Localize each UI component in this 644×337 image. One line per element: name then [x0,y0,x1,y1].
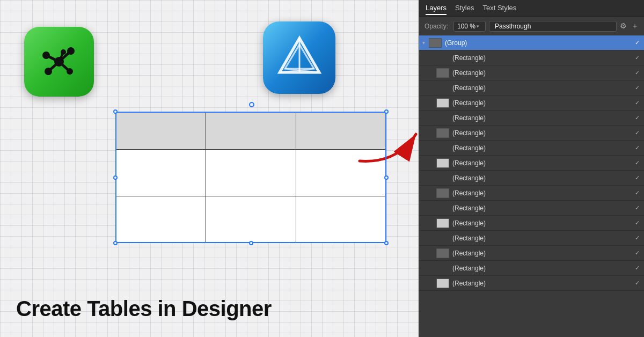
layer-name-label: (Rectangle) [452,204,631,212]
layer-thumbnail [436,233,449,243]
handle-mid-left[interactable] [113,175,118,180]
layer-visibility-check[interactable]: ✓ [631,69,640,76]
layer-thumbnail [436,248,449,258]
layer-item[interactable]: (Rectangle)✓ [419,231,644,246]
layer-name-label: (Rectangle) [452,84,631,92]
layer-item[interactable]: (Rectangle)✓ [419,65,644,80]
tab-styles[interactable]: Styles [455,2,474,15]
table-visual [115,112,386,243]
layer-name-label: (Group) [445,39,631,47]
layer-thumbnail [436,263,449,273]
opacity-row: Opacity: 100 % ▾ Passthrough ⚙ ＋ [419,17,644,35]
layer-name-label: (Rectangle) [452,219,631,227]
layer-thumbnail [436,68,449,78]
layer-thumbnail [436,53,449,63]
layer-item[interactable]: (Rectangle)✓ [419,261,644,276]
layer-name-label: (Rectangle) [452,280,631,287]
layer-item[interactable]: (Rectangle)✓ [419,111,644,126]
layer-visibility-check[interactable]: ✓ [631,144,640,151]
layer-item[interactable]: (Rectangle)✓ [419,201,644,216]
layer-visibility-check[interactable]: ✓ [631,235,640,241]
network-svg-icon [38,40,80,83]
layer-visibility-check[interactable]: ✓ [631,39,640,46]
layer-item[interactable]: (Rectangle)✓ [419,246,644,261]
layer-item[interactable]: ▾(Group)✓ [419,35,644,50]
layer-visibility-check[interactable]: ✓ [631,159,640,166]
layer-thumbnail [436,279,449,288]
layer-visibility-check[interactable]: ✓ [631,174,640,181]
layer-thumbnail [436,173,449,183]
affinity-svg-icon [275,34,324,82]
handle-top-left[interactable] [113,109,118,114]
tab-layers[interactable]: Layers [426,2,447,15]
layer-name-label: (Rectangle) [452,69,631,77]
layer-name-label: (Rectangle) [452,114,631,122]
layer-item[interactable]: (Rectangle)✓ [419,171,644,186]
layer-name-label: (Rectangle) [452,235,631,242]
layer-visibility-check[interactable]: ✓ [631,280,640,287]
blue-app-icon [263,21,335,94]
layer-item[interactable]: (Rectangle)✓ [419,80,644,96]
layer-name-label: (Rectangle) [452,99,631,107]
layer-thumbnail [436,218,449,228]
handle-top-right[interactable] [384,109,389,114]
blend-mode-input[interactable]: Passthrough [489,21,617,32]
layer-visibility-check[interactable]: ✓ [631,265,640,272]
svg-line-9 [59,62,70,71]
red-arrow [354,123,419,166]
right-panel: Layers Styles Text Styles Opacity: 100 %… [419,0,644,337]
layer-thumbnail [436,113,449,123]
handle-top-center[interactable] [249,102,254,107]
layer-visibility-check[interactable]: ✓ [631,99,640,106]
layer-item[interactable]: (Rectangle)✓ [419,96,644,111]
layer-visibility-check[interactable]: ✓ [631,204,640,211]
layer-visibility-check[interactable]: ✓ [631,129,640,136]
layer-item[interactable]: (Rectangle)✓ [419,141,644,156]
layer-thumbnail [436,98,449,108]
layer-name-label: (Rectangle) [452,174,631,182]
layer-name-label: (Rectangle) [452,54,631,62]
layer-item[interactable]: (Rectangle)✓ [419,50,644,65]
layer-name-label: (Rectangle) [452,250,631,257]
handle-mid-right[interactable] [384,175,389,180]
layer-thumbnail [436,158,449,168]
panel-settings-icon[interactable]: ⚙ [620,21,627,31]
layer-item[interactable]: (Rectangle)✓ [419,276,644,291]
layer-visibility-check[interactable]: ✓ [631,84,640,91]
panel-add-icon[interactable]: ＋ [631,21,639,31]
layer-visibility-check[interactable]: ✓ [631,114,640,121]
layer-name-label: (Rectangle) [452,265,631,272]
layer-thumbnail [436,83,449,93]
svg-line-8 [48,62,59,71]
layer-name-label: (Rectangle) [452,189,631,197]
layer-thumbnail [436,128,449,138]
layer-item[interactable]: (Rectangle)✓ [419,156,644,171]
canvas-title: Create Tables in Designer [16,297,272,321]
opacity-label: Opacity: [425,23,450,30]
layer-item[interactable]: (Rectangle)✓ [419,216,644,231]
green-app-icon [24,27,94,97]
layer-visibility-check[interactable]: ✓ [631,189,640,196]
layers-list: ▾(Group)✓(Rectangle)✓(Rectangle)✓(Rectan… [419,35,644,337]
layer-visibility-check[interactable]: ✓ [631,54,640,61]
canvas-area: Create Tables in Designer [0,0,419,337]
layer-thumbnail [436,188,449,198]
layer-thumbnail [436,143,449,153]
layer-item[interactable]: (Rectangle)✓ [419,186,644,201]
layer-name-label: (Rectangle) [452,144,631,152]
layer-visibility-check[interactable]: ✓ [631,250,640,257]
handle-bottom-right[interactable] [384,241,389,245]
layer-visibility-check[interactable]: ✓ [631,219,640,226]
panel-action-icons: ⚙ ＋ [620,21,639,31]
tab-text-styles[interactable]: Text Styles [482,2,516,15]
opacity-input[interactable]: 100 % ▾ [453,21,486,32]
handle-bottom-left[interactable] [113,241,118,245]
layer-name-label: (Rectangle) [452,159,631,167]
layer-item[interactable]: (Rectangle)✓ [419,126,644,141]
layer-thumbnail [429,38,442,48]
table-selection[interactable] [115,112,386,243]
handle-bottom-center[interactable] [249,241,253,245]
panel-tabs: Layers Styles Text Styles [419,0,644,17]
layer-name-label: (Rectangle) [452,129,631,137]
layer-chevron-icon: ▾ [419,40,428,46]
